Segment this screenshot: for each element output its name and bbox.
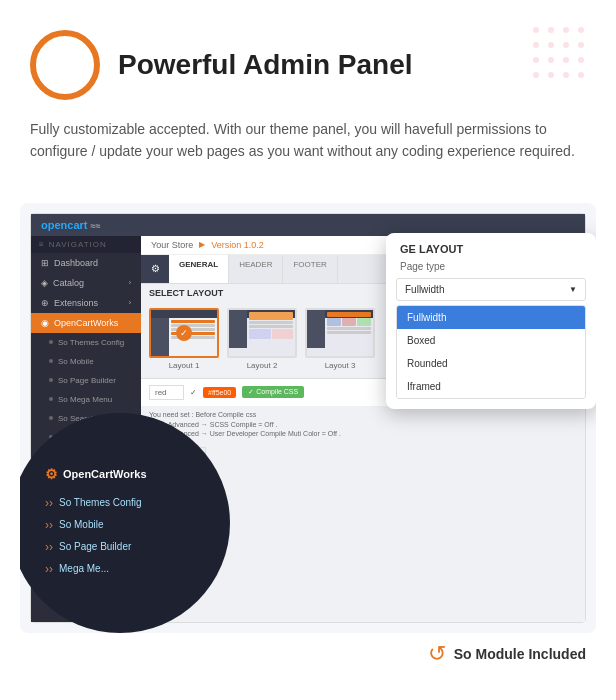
dropdown-options-list: Fullwidth Boxed Rounded Iframed (396, 305, 586, 399)
screenshot-wrapper: opencart ≈≈ ≡ NAVIGATION ⊞ Dashboard ◈ C… (20, 203, 596, 633)
color-hex-badge: #ff5e00 (203, 387, 236, 398)
option-iframed[interactable]: Iframed (397, 375, 585, 398)
layout-thumb-3[interactable] (305, 308, 375, 358)
svg-point-8 (563, 57, 569, 63)
arrow-icon: ›› (45, 496, 53, 510)
layout-item-1[interactable]: ✓ Layout 1 (149, 308, 219, 370)
svg-point-5 (563, 42, 569, 48)
svg-point-14 (563, 72, 569, 78)
sidebar-item-dashboard[interactable]: ⊞ Dashboard (31, 253, 141, 273)
selected-checkmark: ✓ (176, 325, 192, 341)
tab-footer[interactable]: FOOTER (283, 255, 337, 283)
option-rounded[interactable]: Rounded (397, 352, 585, 375)
compile-css-button[interactable]: ✓ Compile CSS (242, 386, 304, 398)
svg-point-9 (578, 27, 584, 33)
orange-circle-decoration (30, 30, 100, 100)
svg-point-0 (533, 27, 539, 33)
opencartworks-icon: ⚙ (45, 466, 58, 482)
sidebar-item-extensions[interactable]: ⊕ Extensions › (31, 293, 141, 313)
tab-general[interactable]: GENERAL (169, 255, 229, 283)
circle-item-themes[interactable]: ›› So Themes Config (45, 492, 142, 514)
sidebar-item-megamenu[interactable]: So Mega Menu (31, 390, 141, 409)
circle-item-mobile[interactable]: ›› So Mobile (45, 514, 103, 536)
svg-point-6 (533, 57, 539, 63)
bullet-dot (49, 340, 53, 344)
sidebar-item-themes[interactable]: So Themes Config (31, 333, 141, 352)
chevron-down-icon: ▼ (569, 285, 577, 294)
page-type-dropdown[interactable]: GE LAYOUT Page type Fullwidth ▼ Fullwidt… (386, 233, 596, 409)
svg-point-3 (533, 42, 539, 48)
arrow-icon: ›› (45, 540, 53, 554)
layout-thumb-2[interactable] (227, 308, 297, 358)
circle-item-megamenu[interactable]: ›› Mega Me... (45, 558, 109, 580)
sidebar-item-pagebuilder[interactable]: So Page Builder (31, 371, 141, 390)
sidebar-item-opencartworks[interactable]: ◉ OpenCartWorks (31, 313, 141, 333)
decorative-dots (526, 20, 596, 90)
description-text: Fully customizable accepted. With our th… (30, 118, 586, 163)
page-title: Powerful Admin Panel (118, 49, 413, 81)
note-text-2: 1.Tab Advanced → SCSS Compile = Off . (149, 420, 577, 430)
layout-3-label: Layout 3 (305, 361, 375, 370)
bullet-dot (49, 359, 53, 363)
bullet-dot (49, 397, 53, 401)
svg-point-12 (533, 72, 539, 78)
general-gear-icon: ⚙ (141, 255, 169, 283)
curved-arrow-icon: ↺ (428, 641, 446, 667)
module-included-label: So Module Included (454, 646, 586, 662)
svg-point-13 (548, 72, 554, 78)
dark-circle-menu: ⚙ OpenCartWorks ›› So Themes Config ›› S… (20, 413, 230, 633)
top-section: Powerful Admin Panel Fully customizable … (0, 0, 616, 203)
bottom-label-area: ↺ So Module Included (0, 633, 616, 677)
note-text-3: 2.Tab Advanced → User Developer Compile … (149, 429, 577, 439)
svg-point-1 (548, 27, 554, 33)
bullet-dot (49, 416, 53, 420)
layout-item-3[interactable]: Layout 3 (305, 308, 375, 370)
svg-point-2 (563, 27, 569, 33)
layout-2-label: Layout 2 (227, 361, 297, 370)
circle-title: ⚙ OpenCartWorks (45, 466, 147, 482)
svg-point-10 (578, 42, 584, 48)
svg-point-15 (578, 72, 584, 78)
option-fullwidth[interactable]: Fullwidth (397, 306, 585, 329)
sidebar-item-mobile[interactable]: So Mobile (31, 352, 141, 371)
dropdown-selected-input[interactable]: Fullwidth ▼ (396, 278, 586, 301)
note-text-1: You need set : Before Compile css (149, 410, 577, 420)
svg-point-11 (578, 57, 584, 63)
option-boxed[interactable]: Boxed (397, 329, 585, 352)
page-type-label: Page type (386, 259, 596, 278)
title-row: Powerful Admin Panel (30, 30, 586, 100)
layout-thumb-1[interactable]: ✓ (149, 308, 219, 358)
opencart-logo: opencart ≈≈ (41, 219, 100, 231)
sidebar-item-catalog[interactable]: ◈ Catalog › (31, 273, 141, 293)
bullet-dot (49, 378, 53, 382)
notes-area: You need set : Before Compile css 1.Tab … (141, 406, 585, 443)
color-input[interactable]: red (149, 385, 184, 400)
circle-item-pagebuilder[interactable]: ›› So Page Builder (45, 536, 131, 558)
nav-label: ≡ NAVIGATION (31, 236, 141, 253)
arrow-icon: ›› (45, 562, 53, 576)
svg-point-7 (548, 57, 554, 63)
arrow-icon: ›› (45, 518, 53, 532)
dropdown-section-title: GE LAYOUT (386, 233, 596, 259)
svg-point-4 (548, 42, 554, 48)
layout-item-2[interactable]: Layout 2 (227, 308, 297, 370)
layout-1-label: Layout 1 (149, 361, 219, 370)
tab-header[interactable]: HEADER (229, 255, 283, 283)
